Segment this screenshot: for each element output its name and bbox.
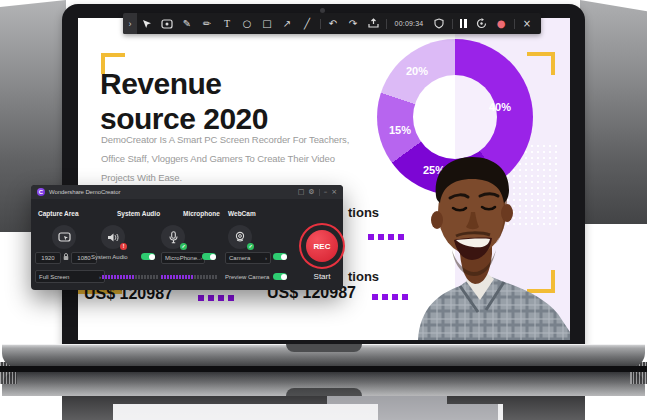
laptop-screen: 40% 25% 15% 20% Revenue source 2020 Demo… [78, 18, 570, 340]
purple-dots-row [198, 295, 234, 301]
ellipse-tool-button[interactable]: ○ [237, 13, 257, 34]
democreator-recorder-window: C Wondershare DemoCreator □ ⚙ – × Captur… [31, 185, 343, 290]
democreator-logo-icon: C [37, 188, 45, 196]
close-window-button[interactable]: × [331, 188, 337, 196]
export-button[interactable] [363, 18, 383, 29]
undo-button[interactable]: ↶ [323, 13, 343, 34]
audio-level-meter [161, 275, 218, 279]
camera-toggle[interactable] [273, 253, 287, 260]
capture-mode-value: Full Screen [39, 274, 69, 280]
segment-label-20: 20% [406, 65, 428, 77]
section-webcam: WebCam [228, 210, 256, 217]
microphone-device-value: MicroPhone.. [165, 255, 200, 261]
stat-label-fragment-bottom: tions [348, 269, 379, 284]
line-tool-button[interactable]: ╱ [297, 13, 317, 34]
microphone-device-dropdown[interactable]: MicroPhone.. › [161, 252, 205, 264]
rec-button-face: REC [306, 230, 338, 262]
redo-button[interactable]: ↷ [343, 13, 363, 34]
laptop-reflection-notch [286, 388, 362, 396]
description-line: Office Staff, Vloggers And Gamers To Cre… [101, 149, 349, 168]
capture-mode-dropdown[interactable]: Full Screen › [35, 270, 105, 283]
annotation-toolbar: › ✎ ✏ T ○ □ ↗ ╱ ↶ ↷ 00:09:34 ● × [123, 13, 541, 34]
system-audio-toggle-label: System Audio [91, 254, 128, 260]
marketing-screenshot: 40% 25% 15% 20% Revenue source 2020 Demo… [0, 0, 647, 420]
section-microphone: Microphone [183, 210, 220, 217]
pen-tool-button[interactable]: ✎ [177, 13, 197, 34]
slide-title-line1: Revenue [100, 66, 268, 101]
stat-label-fragment-top: tions [348, 205, 379, 220]
screen-capture-tool-button[interactable] [157, 19, 177, 29]
system-audio-alert-badge: ! [120, 243, 127, 250]
rec-button[interactable]: REC [299, 223, 345, 269]
section-capture-area: Capture Area [38, 210, 79, 217]
restart-recording-button[interactable] [471, 18, 491, 29]
slide-description: DemoCreator Is A Smart PC Screen Recorde… [101, 130, 349, 187]
yellow-bracket-top-right [527, 52, 555, 75]
man-reflection-blob [378, 404, 498, 420]
arrow-tool-button[interactable]: ↗ [277, 13, 297, 34]
rectangle-tool-button[interactable]: □ [257, 13, 277, 34]
preview-camera-toggle[interactable] [273, 273, 287, 280]
purple-dots-row [368, 234, 404, 240]
purple-dots-row [372, 294, 408, 300]
recording-timer: 00:09:34 [389, 20, 429, 27]
system-audio-toggle[interactable] [141, 253, 155, 260]
record-indicator[interactable]: ● [491, 13, 511, 34]
minimize-button[interactable]: – [324, 188, 328, 196]
slide-title: Revenue source 2020 [100, 66, 268, 136]
backdrop-right-wedge [580, 0, 647, 224]
donut-hole [413, 75, 497, 159]
system-audio-button[interactable]: ! [101, 225, 125, 249]
shield-icon[interactable] [429, 18, 449, 29]
capture-width-field[interactable]: 1920 [35, 252, 61, 264]
chevron-icon: › [265, 255, 267, 261]
smiling-man-photo [408, 150, 570, 340]
microphone-toggle[interactable] [202, 253, 216, 260]
segment-label-15: 15% [389, 124, 411, 136]
microphone-ok-badge: ✓ [180, 243, 187, 250]
snapshot-icon[interactable]: □ [298, 188, 305, 196]
highlighter-tool-button[interactable]: ✏ [197, 13, 217, 34]
titlebar-divider [319, 189, 320, 196]
camera-device-dropdown[interactable]: Camera › [225, 252, 271, 264]
microphone-button[interactable]: ✓ [161, 225, 185, 249]
start-label: Start [299, 272, 345, 281]
pause-button[interactable] [455, 19, 471, 28]
segment-label-40: 40% [489, 101, 511, 113]
webcam-button[interactable]: ✓ [228, 225, 252, 249]
collapse-chevron-button[interactable]: › [123, 13, 137, 34]
aspect-lock-icon[interactable] [63, 253, 69, 261]
preview-camera-label: Preview Camera [225, 274, 269, 280]
text-tool-button[interactable]: T [217, 13, 237, 34]
capture-area-button[interactable] [52, 225, 76, 249]
cursor-tool-button[interactable] [137, 19, 157, 29]
camera-device-value: Camera [229, 255, 250, 261]
section-system-audio: System Audio [117, 210, 160, 217]
recorder-window-title: Wondershare DemoCreator [49, 189, 294, 195]
close-toolbar-button[interactable]: × [517, 13, 537, 34]
audio-level-meter [102, 275, 159, 279]
laptop-base-notch [286, 344, 362, 352]
chevron-icon: › [99, 274, 101, 280]
laptop-base-edge [0, 366, 647, 372]
laptop-reflection-screen-white [113, 404, 503, 420]
settings-gear-icon[interactable]: ⚙ [308, 188, 314, 196]
webcam-ok-badge: ✓ [247, 243, 254, 250]
description-line: DemoCreator Is A Smart PC Screen Recorde… [101, 130, 349, 149]
recorder-titlebar: C Wondershare DemoCreator □ ⚙ – × [31, 185, 343, 199]
